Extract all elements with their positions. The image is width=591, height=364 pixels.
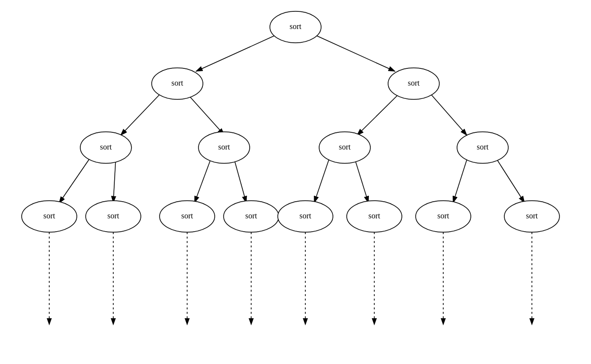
edge-l2a-l3a: [59, 156, 91, 203]
edge-l2b-l3c: [195, 156, 212, 203]
node-l1-label: sort: [171, 79, 184, 87]
edge-root-r1: [314, 34, 395, 71]
node-l2a-label: sort: [100, 143, 112, 151]
edge-l2a-l3b: [113, 158, 116, 203]
edge-r2a-r3b: [355, 158, 368, 203]
node-l3d-label: sort: [245, 212, 258, 220]
node-r2a-label: sort: [339, 143, 351, 151]
node-r3d-label: sort: [526, 212, 538, 220]
node-r3b-label: sort: [368, 212, 381, 220]
node-r3c-label: sort: [437, 212, 450, 220]
node-r2b-label: sort: [477, 143, 489, 151]
node-r3a-label: sort: [299, 212, 312, 220]
tree-diagram: sort sort sort sort sort sort sort sort …: [0, 0, 591, 364]
node-root-label: sort: [290, 22, 302, 30]
node-l3b-label: sort: [107, 212, 120, 220]
edge-r2b-r3c: [453, 156, 468, 203]
edge-l1-l2b: [190, 96, 224, 135]
node-l2b-label: sort: [218, 143, 230, 151]
edge-root-l1: [196, 34, 277, 71]
node-r1-label: sort: [408, 79, 420, 87]
node-l3c-label: sort: [181, 212, 194, 220]
edge-l2b-l3d: [234, 158, 246, 203]
edge-r1-r2a: [357, 91, 401, 135]
node-l3a-label: sort: [43, 212, 56, 220]
edge-r2a-r3a: [314, 156, 330, 203]
edge-r2b-r3d: [495, 156, 525, 203]
edge-l1-l2a: [121, 91, 163, 135]
edge-r1-r2b: [428, 91, 467, 135]
